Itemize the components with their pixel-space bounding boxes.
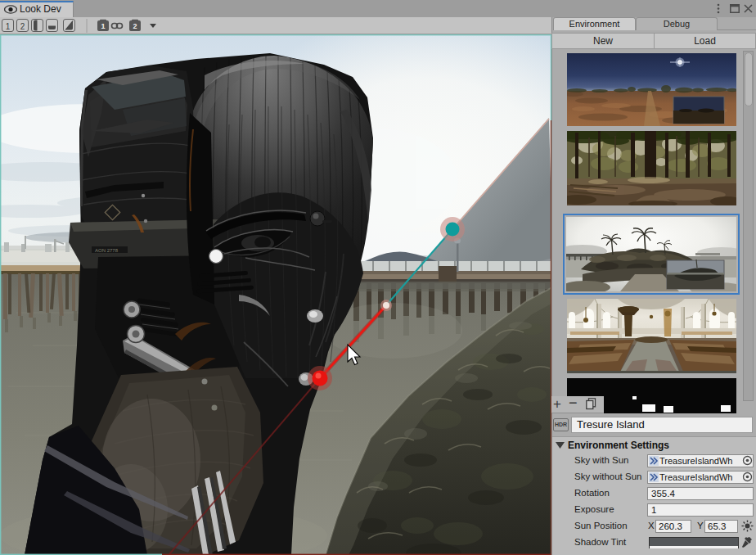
svg-text:2: 2 [20,22,25,31]
svg-text:1: 1 [101,22,105,30]
svg-text:2: 2 [133,22,137,30]
svg-text:1: 1 [6,22,11,31]
svg-text:AON 2778: AON 2778 [95,248,119,253]
